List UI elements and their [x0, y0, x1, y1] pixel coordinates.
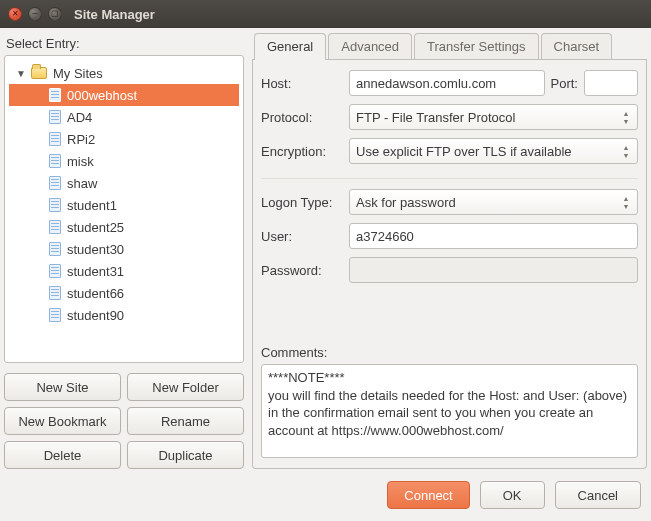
duplicate-button[interactable]: Duplicate	[127, 441, 244, 469]
folder-icon	[31, 67, 47, 79]
connect-button[interactable]: Connect	[387, 481, 469, 509]
stepper-icon: ▲▼	[619, 144, 633, 159]
port-input[interactable]	[584, 70, 638, 96]
tree-site-item[interactable]: student30	[9, 238, 239, 260]
tree-site-item[interactable]: student1	[9, 194, 239, 216]
site-icon	[49, 308, 61, 322]
divider	[261, 178, 638, 179]
user-input[interactable]	[349, 223, 638, 249]
tree-site-label: shaw	[67, 176, 97, 191]
close-icon[interactable]: ✕	[8, 7, 22, 21]
new-folder-button[interactable]: New Folder	[127, 373, 244, 401]
stepper-icon: ▲▼	[619, 195, 633, 210]
encryption-value: Use explicit FTP over TLS if available	[356, 144, 572, 159]
tree-site-item[interactable]: misk	[9, 150, 239, 172]
protocol-value: FTP - File Transfer Protocol	[356, 110, 515, 125]
site-icon	[49, 132, 61, 146]
cancel-button[interactable]: Cancel	[555, 481, 641, 509]
logon-type-value: Ask for password	[356, 195, 456, 210]
new-bookmark-button[interactable]: New Bookmark	[4, 407, 121, 435]
tree-site-label: misk	[67, 154, 94, 169]
tree-site-item[interactable]: 000webhost	[9, 84, 239, 106]
maximize-icon[interactable]: ▢	[48, 7, 62, 21]
tab-transfer-settings[interactable]: Transfer Settings	[414, 33, 539, 59]
site-tree[interactable]: ▼ My Sites 000webhostAD4RPi2miskshawstud…	[4, 55, 244, 363]
port-label: Port:	[551, 76, 578, 91]
site-icon	[49, 176, 61, 190]
protocol-select[interactable]: FTP - File Transfer Protocol ▲▼	[349, 104, 638, 130]
tree-site-label: RPi2	[67, 132, 95, 147]
titlebar: ✕ ─ ▢ Site Manager	[0, 0, 651, 28]
comments-textarea[interactable]	[261, 364, 638, 458]
tab-charset[interactable]: Charset	[541, 33, 613, 59]
window-title: Site Manager	[70, 7, 651, 22]
site-icon	[49, 154, 61, 168]
site-icon	[49, 88, 61, 102]
site-icon	[49, 198, 61, 212]
tree-root[interactable]: ▼ My Sites	[9, 62, 239, 84]
select-entry-label: Select Entry:	[4, 32, 248, 55]
site-icon	[49, 242, 61, 256]
site-icon	[49, 264, 61, 278]
tree-site-label: student25	[67, 220, 124, 235]
tree-site-label: student90	[67, 308, 124, 323]
tree-site-label: 000webhost	[67, 88, 137, 103]
tab-advanced[interactable]: Advanced	[328, 33, 412, 59]
rename-button[interactable]: Rename	[127, 407, 244, 435]
tree-site-item[interactable]: RPi2	[9, 128, 239, 150]
encryption-select[interactable]: Use explicit FTP over TLS if available ▲…	[349, 138, 638, 164]
protocol-label: Protocol:	[261, 110, 349, 125]
tab-general-panel: Host: Port: Protocol: FTP - File Transfe…	[252, 60, 647, 469]
tree-site-item[interactable]: student66	[9, 282, 239, 304]
tree-site-label: student66	[67, 286, 124, 301]
host-label: Host:	[261, 76, 349, 91]
dialog-footer: Connect OK Cancel	[0, 477, 651, 521]
comments-label: Comments:	[261, 345, 638, 360]
logon-type-label: Logon Type:	[261, 195, 349, 210]
tree-site-item[interactable]: AD4	[9, 106, 239, 128]
tree-site-label: AD4	[67, 110, 92, 125]
delete-button[interactable]: Delete	[4, 441, 121, 469]
tree-site-item[interactable]: student31	[9, 260, 239, 282]
tree-site-item[interactable]: shaw	[9, 172, 239, 194]
tree-site-label: student31	[67, 264, 124, 279]
encryption-label: Encryption:	[261, 144, 349, 159]
password-input	[349, 257, 638, 283]
password-label: Password:	[261, 263, 349, 278]
site-icon	[49, 220, 61, 234]
site-icon	[49, 286, 61, 300]
tab-strip: General Advanced Transfer Settings Chars…	[252, 32, 647, 60]
stepper-icon: ▲▼	[619, 110, 633, 125]
tree-site-item[interactable]: student90	[9, 304, 239, 326]
window-buttons: ✕ ─ ▢	[0, 7, 70, 21]
user-label: User:	[261, 229, 349, 244]
logon-type-select[interactable]: Ask for password ▲▼	[349, 189, 638, 215]
new-site-button[interactable]: New Site	[4, 373, 121, 401]
ok-button[interactable]: OK	[480, 481, 545, 509]
expander-icon[interactable]: ▼	[15, 68, 27, 79]
tab-general[interactable]: General	[254, 33, 326, 59]
site-icon	[49, 110, 61, 124]
tree-site-item[interactable]: student25	[9, 216, 239, 238]
tree-root-label: My Sites	[53, 66, 103, 81]
tree-site-label: student1	[67, 198, 117, 213]
host-input[interactable]	[349, 70, 545, 96]
tree-site-label: student30	[67, 242, 124, 257]
minimize-icon[interactable]: ─	[28, 7, 42, 21]
